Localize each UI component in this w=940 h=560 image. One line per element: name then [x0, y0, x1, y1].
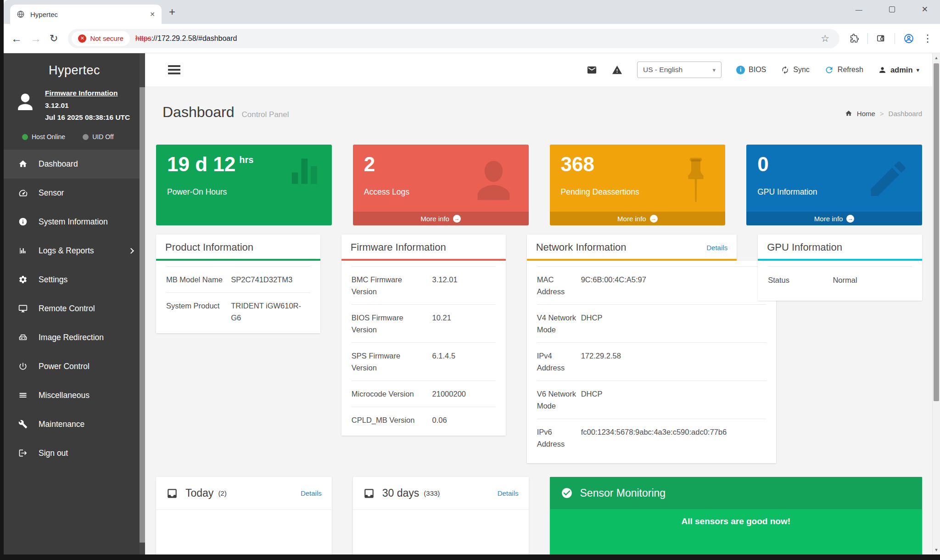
inbox-icon [166, 487, 178, 499]
gpu-information-panel: GPU Information StatusNormal [758, 235, 922, 301]
bar-chart-icon [17, 246, 28, 255]
url-scheme: https [135, 34, 151, 42]
user-menu[interactable]: admin ▾ [878, 66, 919, 74]
sidebar-item-remote-control[interactable]: Remote Control [4, 294, 145, 323]
thirty-days-details-link[interactable]: Details [498, 489, 519, 497]
host-status: Host Online [22, 133, 65, 140]
sidebar-item-dashboard[interactable]: Dashboard [4, 150, 145, 179]
table-row: Microcode Version21000200 [352, 381, 496, 407]
sidebar: Hypertec Firmware Information 3.12.01 Ju… [4, 53, 145, 554]
window-minimize-button[interactable]: — [856, 6, 862, 13]
browser-tabstrip: Hypertec ✕ + — ✕ [4, 0, 940, 24]
sync-button[interactable]: Sync [781, 66, 810, 74]
sidebar-item-system-information[interactable]: System Information [4, 207, 145, 236]
sidebar-item-sensor[interactable]: Sensor [4, 179, 145, 207]
messages-envelope-icon[interactable] [587, 65, 597, 75]
back-button[interactable]: ← [11, 32, 22, 45]
product-information-panel: Product Information MB Model NameSP2C741… [156, 235, 320, 333]
bookmark-star-icon[interactable]: ☆ [821, 33, 836, 44]
table-row: V6 Network ModeDHCP [537, 381, 766, 419]
info-circle-icon [17, 217, 28, 226]
person-stat-icon [470, 155, 518, 205]
list-bars-icon [17, 391, 28, 400]
sidebar-item-sign-out[interactable]: Sign out [4, 439, 145, 468]
sidebar-scrollbar[interactable] [140, 53, 145, 554]
scrollbar-down-icon[interactable]: ▼ [933, 548, 940, 552]
product-information-title: Product Information [165, 241, 253, 253]
sign-out-icon [17, 448, 28, 458]
window-close-button[interactable]: ✕ [922, 5, 928, 14]
table-row: IPv4 Address172.29.2.58 [537, 343, 766, 381]
alerts-warning-icon[interactable] [612, 65, 622, 75]
extensions-icon[interactable] [850, 34, 859, 43]
forward-button[interactable]: → [30, 32, 41, 45]
globe-favicon-icon [17, 10, 25, 18]
gauge-icon [17, 188, 28, 198]
table-row: BMC Firmware Version3.12.01 [352, 267, 496, 305]
drive-icon [17, 333, 28, 342]
tab-search-icon[interactable] [876, 34, 886, 44]
pencil-stat-icon [865, 155, 911, 203]
sidebar-item-settings[interactable]: Settings [4, 265, 145, 294]
browser-menu-icon[interactable]: ⋮ [923, 33, 933, 45]
pending-deassertions-more-info[interactable]: More info→ [550, 212, 726, 225]
gpu-more-info[interactable]: More info→ [746, 212, 922, 225]
not-secure-icon: ✕ [78, 34, 86, 43]
power-on-hours-unit: hrs [239, 155, 253, 165]
select-caret-icon: ▾ [713, 67, 716, 73]
sidebar-scrollbar-thumb[interactable] [140, 87, 145, 543]
pushpin-stat-icon [677, 155, 714, 210]
breadcrumb: Home > Dashboard [845, 110, 922, 118]
bios-info-icon: i [736, 66, 745, 74]
chevron-right-icon [128, 248, 134, 254]
sidebar-item-image-redirection[interactable]: Image Redirection [4, 323, 145, 352]
sidebar-item-miscellaneous[interactable]: Miscellaneous [4, 381, 145, 410]
breadcrumb-home[interactable]: Home [857, 110, 875, 118]
sensor-monitoring-panel: Sensor Monitoring All sensors are good n… [550, 477, 923, 554]
reload-button[interactable]: ↻ [50, 33, 58, 45]
main-area: US - English ▾ i BIOS Sync Refresh [145, 53, 932, 554]
scrollbar-up-icon[interactable]: ▲ [933, 56, 940, 60]
table-row: SPS Firmware Version6.1.4.5 [352, 343, 496, 381]
sidebar-item-logs-reports[interactable]: Logs & Reports [4, 236, 145, 265]
toolbar-divider [867, 33, 868, 44]
page-content: Dashboard Control Panel Home > Dashboard… [145, 86, 932, 554]
monitor-icon [17, 304, 28, 313]
user-icon [878, 66, 887, 74]
bios-button[interactable]: i BIOS [736, 66, 766, 74]
profile-icon[interactable] [903, 33, 914, 44]
tab-close-icon[interactable]: ✕ [150, 11, 155, 18]
thirty-days-title: 30 days [382, 487, 420, 499]
sidebar-item-power-control[interactable]: Power Control [4, 352, 145, 381]
access-logs-more-info[interactable]: More info→ [353, 212, 529, 225]
refresh-button[interactable]: Refresh [824, 65, 863, 75]
bar-chart-stat-icon [291, 155, 321, 188]
menu-toggle-icon[interactable] [168, 63, 180, 77]
firmware-date: Jul 16 2025 08:38:16 UTC [45, 114, 130, 121]
uid-status: UID Off [83, 133, 113, 140]
not-secure-badge[interactable]: ✕ Not secure [72, 31, 130, 46]
page-scrollbar-thumb[interactable] [934, 63, 939, 401]
firmware-information-title: Firmware Information [351, 241, 446, 253]
page-scrollbar[interactable]: ▲ ▼ [932, 53, 940, 554]
table-row: CPLD_MB Version0.06 [352, 407, 496, 433]
today-details-link[interactable]: Details [301, 489, 322, 497]
table-row: MB Model NameSP2C741D32TM3 [166, 267, 310, 293]
address-bar[interactable]: ✕ Not secure https://172.29.2.58/#dashbo… [68, 29, 839, 48]
browser-tab[interactable]: Hypertec ✕ [10, 5, 162, 24]
thirty-days-count: (333) [424, 489, 440, 497]
language-select[interactable]: US - English ▾ [637, 62, 722, 78]
gpu-information-title: GPU Information [767, 241, 842, 253]
firmware-information-link[interactable]: Firmware Information [45, 90, 130, 97]
page-title: Dashboard [162, 104, 235, 121]
brand-logo: Hypertec [4, 53, 145, 78]
check-circle-icon [561, 487, 573, 499]
new-tab-button[interactable]: + [169, 6, 175, 18]
breadcrumb-separator: > [880, 110, 884, 118]
more-info-arrow-icon: → [650, 215, 658, 223]
card-gpu-information: 0 GPU Information More info→ [746, 145, 922, 225]
window-maximize-button[interactable] [889, 6, 895, 12]
sidebar-item-maintenance[interactable]: Maintenance [4, 410, 145, 439]
network-details-link[interactable]: Details [706, 244, 727, 252]
uid-off-dot-icon [83, 134, 89, 140]
